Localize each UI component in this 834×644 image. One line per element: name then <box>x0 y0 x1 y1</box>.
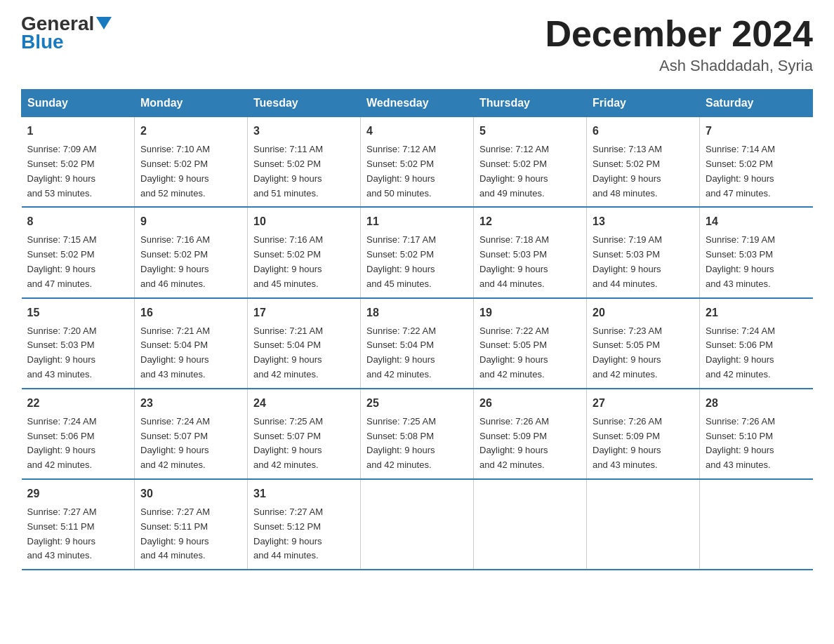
day-number: 12 <box>479 213 581 230</box>
subtitle: Ash Shaddadah, Syria <box>545 57 813 75</box>
calendar-week-row: 1 Sunrise: 7:09 AM Sunset: 5:02 PM Dayli… <box>22 117 813 208</box>
day-info: Sunrise: 7:13 AM Sunset: 5:02 PM Dayligh… <box>593 144 662 198</box>
day-info: Sunrise: 7:27 AM Sunset: 5:12 PM Dayligh… <box>253 507 323 561</box>
day-number: 16 <box>140 304 241 321</box>
table-row: 28 Sunrise: 7:26 AM Sunset: 5:10 PM Dayl… <box>700 389 813 479</box>
day-info: Sunrise: 7:24 AM Sunset: 5:06 PM Dayligh… <box>706 326 775 380</box>
table-row: 8 Sunrise: 7:15 AM Sunset: 5:02 PM Dayli… <box>22 207 135 297</box>
day-number: 28 <box>706 395 807 412</box>
day-info: Sunrise: 7:24 AM Sunset: 5:06 PM Dayligh… <box>27 416 97 470</box>
day-info: Sunrise: 7:21 AM Sunset: 5:04 PM Dayligh… <box>253 326 323 380</box>
day-number: 5 <box>479 123 581 140</box>
day-number: 29 <box>27 485 129 502</box>
day-info: Sunrise: 7:21 AM Sunset: 5:04 PM Dayligh… <box>140 326 210 380</box>
day-info: Sunrise: 7:26 AM Sunset: 5:10 PM Dayligh… <box>706 416 775 470</box>
day-info: Sunrise: 7:17 AM Sunset: 5:02 PM Dayligh… <box>366 234 436 288</box>
day-number: 11 <box>366 213 468 230</box>
day-info: Sunrise: 7:25 AM Sunset: 5:08 PM Dayligh… <box>366 416 436 470</box>
table-row: 18 Sunrise: 7:22 AM Sunset: 5:04 PM Dayl… <box>361 298 474 389</box>
day-number: 7 <box>706 123 807 140</box>
col-wednesday: Wednesday <box>361 90 474 117</box>
table-row: 12 Sunrise: 7:18 AM Sunset: 5:03 PM Dayl… <box>474 207 587 297</box>
day-number: 4 <box>366 123 468 140</box>
calendar-table: Sunday Monday Tuesday Wednesday Thursday… <box>21 89 813 570</box>
table-row <box>587 479 700 570</box>
col-sunday: Sunday <box>22 90 135 117</box>
table-row: 27 Sunrise: 7:26 AM Sunset: 5:09 PM Dayl… <box>587 389 700 479</box>
table-row: 9 Sunrise: 7:16 AM Sunset: 5:02 PM Dayli… <box>135 207 248 297</box>
table-row: 22 Sunrise: 7:24 AM Sunset: 5:06 PM Dayl… <box>22 389 135 479</box>
day-number: 6 <box>593 123 694 140</box>
day-number: 13 <box>593 213 694 230</box>
table-row: 16 Sunrise: 7:21 AM Sunset: 5:04 PM Dayl… <box>135 298 248 389</box>
table-row: 6 Sunrise: 7:13 AM Sunset: 5:02 PM Dayli… <box>587 117 700 208</box>
day-number: 27 <box>593 395 694 412</box>
day-info: Sunrise: 7:27 AM Sunset: 5:11 PM Dayligh… <box>140 507 210 561</box>
table-row: 17 Sunrise: 7:21 AM Sunset: 5:04 PM Dayl… <box>248 298 361 389</box>
day-info: Sunrise: 7:14 AM Sunset: 5:02 PM Dayligh… <box>706 144 775 198</box>
col-saturday: Saturday <box>700 90 813 117</box>
table-row: 5 Sunrise: 7:12 AM Sunset: 5:02 PM Dayli… <box>474 117 587 208</box>
table-row: 2 Sunrise: 7:10 AM Sunset: 5:02 PM Dayli… <box>135 117 248 208</box>
table-row: 3 Sunrise: 7:11 AM Sunset: 5:02 PM Dayli… <box>248 117 361 208</box>
day-info: Sunrise: 7:19 AM Sunset: 5:03 PM Dayligh… <box>593 234 662 288</box>
day-info: Sunrise: 7:20 AM Sunset: 5:03 PM Dayligh… <box>27 326 97 380</box>
table-row: 7 Sunrise: 7:14 AM Sunset: 5:02 PM Dayli… <box>700 117 813 208</box>
table-row <box>700 479 813 570</box>
table-row: 1 Sunrise: 7:09 AM Sunset: 5:02 PM Dayli… <box>22 117 135 208</box>
table-row: 21 Sunrise: 7:24 AM Sunset: 5:06 PM Dayl… <box>700 298 813 389</box>
table-row: 19 Sunrise: 7:22 AM Sunset: 5:05 PM Dayl… <box>474 298 587 389</box>
day-number: 30 <box>140 485 241 502</box>
table-row: 14 Sunrise: 7:19 AM Sunset: 5:03 PM Dayl… <box>700 207 813 297</box>
day-number: 19 <box>479 304 581 321</box>
day-number: 14 <box>706 213 807 230</box>
table-row: 30 Sunrise: 7:27 AM Sunset: 5:11 PM Dayl… <box>135 479 248 570</box>
logo-text-blue: Blue <box>21 31 64 53</box>
day-info: Sunrise: 7:26 AM Sunset: 5:09 PM Dayligh… <box>593 416 662 470</box>
table-row: 23 Sunrise: 7:24 AM Sunset: 5:07 PM Dayl… <box>135 389 248 479</box>
day-info: Sunrise: 7:09 AM Sunset: 5:02 PM Dayligh… <box>27 144 97 198</box>
col-monday: Monday <box>135 90 248 117</box>
main-title: December 2024 <box>545 14 813 54</box>
calendar-week-row: 8 Sunrise: 7:15 AM Sunset: 5:02 PM Dayli… <box>22 207 813 297</box>
page-header: General Blue December 2024 Ash Shaddadah… <box>21 14 813 75</box>
day-number: 3 <box>253 123 355 140</box>
day-number: 22 <box>27 395 129 412</box>
day-number: 15 <box>27 304 129 321</box>
day-number: 26 <box>479 395 581 412</box>
col-friday: Friday <box>587 90 700 117</box>
table-row: 25 Sunrise: 7:25 AM Sunset: 5:08 PM Dayl… <box>361 389 474 479</box>
day-info: Sunrise: 7:22 AM Sunset: 5:05 PM Dayligh… <box>479 326 549 380</box>
table-row: 29 Sunrise: 7:27 AM Sunset: 5:11 PM Dayl… <box>22 479 135 570</box>
calendar-week-row: 15 Sunrise: 7:20 AM Sunset: 5:03 PM Dayl… <box>22 298 813 389</box>
table-row: 15 Sunrise: 7:20 AM Sunset: 5:03 PM Dayl… <box>22 298 135 389</box>
day-info: Sunrise: 7:22 AM Sunset: 5:04 PM Dayligh… <box>366 326 436 380</box>
table-row: 4 Sunrise: 7:12 AM Sunset: 5:02 PM Dayli… <box>361 117 474 208</box>
calendar-week-row: 29 Sunrise: 7:27 AM Sunset: 5:11 PM Dayl… <box>22 479 813 570</box>
table-row: 26 Sunrise: 7:26 AM Sunset: 5:09 PM Dayl… <box>474 389 587 479</box>
logo: General Blue <box>21 14 112 53</box>
day-number: 24 <box>253 395 355 412</box>
day-info: Sunrise: 7:16 AM Sunset: 5:02 PM Dayligh… <box>140 234 210 288</box>
day-number: 8 <box>27 213 129 230</box>
day-info: Sunrise: 7:27 AM Sunset: 5:11 PM Dayligh… <box>27 507 97 561</box>
table-row: 11 Sunrise: 7:17 AM Sunset: 5:02 PM Dayl… <box>361 207 474 297</box>
col-thursday: Thursday <box>474 90 587 117</box>
day-info: Sunrise: 7:24 AM Sunset: 5:07 PM Dayligh… <box>140 416 210 470</box>
day-info: Sunrise: 7:16 AM Sunset: 5:02 PM Dayligh… <box>253 234 323 288</box>
table-row: 13 Sunrise: 7:19 AM Sunset: 5:03 PM Dayl… <box>587 207 700 297</box>
day-number: 17 <box>253 304 355 321</box>
table-row <box>474 479 587 570</box>
day-info: Sunrise: 7:23 AM Sunset: 5:05 PM Dayligh… <box>593 326 662 380</box>
table-row: 24 Sunrise: 7:25 AM Sunset: 5:07 PM Dayl… <box>248 389 361 479</box>
day-info: Sunrise: 7:18 AM Sunset: 5:03 PM Dayligh… <box>479 234 549 288</box>
calendar-header-row: Sunday Monday Tuesday Wednesday Thursday… <box>22 90 813 117</box>
day-info: Sunrise: 7:26 AM Sunset: 5:09 PM Dayligh… <box>479 416 549 470</box>
day-number: 18 <box>366 304 468 321</box>
day-info: Sunrise: 7:11 AM Sunset: 5:02 PM Dayligh… <box>253 144 323 198</box>
day-info: Sunrise: 7:19 AM Sunset: 5:03 PM Dayligh… <box>706 234 775 288</box>
title-section: December 2024 Ash Shaddadah, Syria <box>545 14 813 75</box>
day-info: Sunrise: 7:15 AM Sunset: 5:02 PM Dayligh… <box>27 234 97 288</box>
day-number: 10 <box>253 213 355 230</box>
day-number: 31 <box>253 485 355 502</box>
